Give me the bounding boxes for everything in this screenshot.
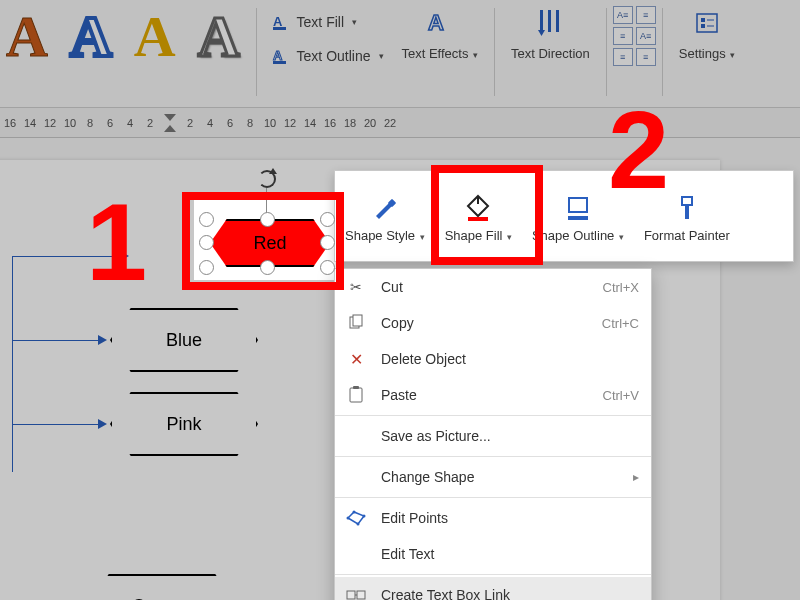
blank-icon (345, 543, 367, 565)
text-outline-label: Text Outline (297, 48, 371, 64)
svg-point-25 (347, 517, 350, 520)
ruler-tick: 4 (200, 117, 220, 129)
blank-icon (345, 466, 367, 488)
text-fill-button[interactable]: A Text Fill ▾ (263, 8, 392, 36)
shape-style-label: Shape Style (345, 228, 415, 243)
ruler-tick: 16 (0, 117, 20, 129)
svg-text:A: A (273, 14, 283, 29)
menu-item-copy[interactable]: Copy Ctrl+C (335, 305, 651, 341)
text-direction-button[interactable]: Text Direction (501, 0, 600, 61)
menu-item-edit-text[interactable]: Edit Text (335, 536, 651, 572)
ribbon: A A A A A Text Fill ▾ A Text Outline ▾ A… (0, 0, 800, 108)
connector-line (12, 424, 100, 425)
chevron-down-icon: ▾ (504, 232, 512, 242)
wordart-style-2[interactable]: A (64, 8, 118, 66)
resize-handle[interactable] (320, 212, 335, 227)
menu-separator (335, 497, 651, 498)
menu-item-save-as-picture[interactable]: Save as Picture... (335, 418, 651, 454)
menu-item-cut[interactable]: ✂ Cut Ctrl+X (335, 269, 651, 305)
svg-rect-7 (556, 10, 559, 32)
shape-fill-button[interactable]: Shape Fill ▾ (435, 171, 522, 261)
text-direction-label: Text Direction (511, 46, 590, 61)
layout-grid-icon[interactable]: A≡≡ ≡A≡ ≡≡ (613, 6, 656, 66)
resize-handle[interactable] (260, 212, 275, 227)
svg-marker-24 (348, 512, 364, 524)
svg-rect-1 (273, 27, 286, 30)
wordart-gallery[interactable]: A A A A (0, 0, 250, 66)
chevron-down-icon: ▾ (728, 50, 736, 60)
wordart-style-1[interactable]: A (0, 8, 54, 66)
svg-point-28 (357, 523, 360, 526)
svg-text:A: A (428, 10, 444, 35)
menu-label: Copy (381, 315, 588, 331)
svg-rect-17 (568, 216, 588, 220)
svg-rect-18 (682, 197, 692, 205)
resize-handle[interactable] (199, 212, 214, 227)
svg-rect-21 (353, 315, 362, 326)
menu-separator (335, 574, 651, 575)
settings-label: Settings (679, 46, 726, 61)
format-painter-button[interactable]: Format Painter (634, 171, 740, 261)
arrow-head-icon (98, 335, 107, 345)
copy-icon (345, 312, 367, 334)
svg-text:A: A (273, 48, 283, 63)
shape-label: Red (253, 233, 286, 254)
shape-label: Blue (166, 330, 202, 351)
wordart-style-3[interactable]: A (128, 8, 182, 66)
brush-icon (369, 192, 401, 224)
menu-label: Edit Text (381, 546, 639, 562)
resize-handle[interactable] (199, 235, 214, 250)
edit-points-icon (345, 507, 367, 529)
divider (606, 8, 607, 96)
text-effects-button[interactable]: A Text Effects ▾ (392, 0, 488, 61)
svg-rect-16 (569, 198, 587, 212)
menu-label: Change Shape (381, 469, 619, 485)
rotation-handle-icon[interactable] (258, 170, 276, 188)
ruler-tick: 2 (180, 117, 200, 129)
menu-item-delete[interactable]: ✕ Delete Object (335, 341, 651, 377)
menu-item-create-text-box-link[interactable]: Create Text Box Link (335, 577, 651, 600)
shape-hexagon-pink[interactable]: Pink (110, 392, 258, 456)
chevron-down-icon: ▾ (352, 17, 357, 27)
shape-mini-toolbar: Shape Style ▾ Shape Fill ▾ Shape Outline… (334, 170, 794, 262)
ruler-tick: 12 (40, 117, 60, 129)
menu-item-change-shape[interactable]: Change Shape ▸ (335, 459, 651, 495)
delete-icon: ✕ (345, 348, 367, 370)
menu-label: Cut (381, 279, 589, 295)
menu-separator (335, 415, 651, 416)
shape-hexagon-blue[interactable]: Blue (110, 308, 258, 372)
outline-icon (562, 192, 594, 224)
ruler-tick: 14 (20, 117, 40, 129)
shape-style-button[interactable]: Shape Style ▾ (335, 171, 435, 261)
svg-rect-19 (685, 205, 689, 219)
blank-icon (345, 425, 367, 447)
shape-hexagon-orange[interactable]: Orange (88, 574, 236, 600)
resize-handle[interactable] (260, 260, 275, 275)
text-outline-button[interactable]: A Text Outline ▾ (263, 42, 392, 70)
text-direction-icon (533, 6, 567, 40)
wordart-style-4[interactable]: A (192, 8, 246, 66)
resize-handle[interactable] (320, 260, 335, 275)
arrow-head-icon (98, 419, 107, 429)
shortcut-label: Ctrl+X (603, 280, 639, 295)
connector-line (12, 340, 100, 341)
shape-outline-button[interactable]: Shape Outline ▾ (522, 171, 634, 261)
settings-button[interactable]: Settings ▾ (669, 0, 746, 61)
menu-item-edit-points[interactable]: Edit Points (335, 500, 651, 536)
paste-icon (345, 384, 367, 406)
link-icon (345, 584, 367, 600)
svg-marker-8 (538, 30, 545, 36)
svg-rect-15 (468, 217, 488, 221)
ruler-tick: 10 (60, 117, 80, 129)
text-effects-label: Text Effects (402, 46, 469, 61)
bucket-icon (462, 192, 494, 224)
resize-handle[interactable] (199, 260, 214, 275)
divider (662, 8, 663, 96)
divider (256, 8, 257, 96)
text-fill-label: Text Fill (297, 14, 344, 30)
resize-handle[interactable] (320, 235, 335, 250)
menu-item-paste[interactable]: Paste Ctrl+V (335, 377, 651, 413)
horizontal-ruler[interactable]: 16 14 12 10 8 6 4 2 2 4 6 8 10 12 14 16 … (0, 108, 800, 138)
context-menu: ✂ Cut Ctrl+X Copy Ctrl+C ✕ Delete Object… (334, 268, 652, 600)
indent-marker[interactable] (160, 113, 180, 133)
